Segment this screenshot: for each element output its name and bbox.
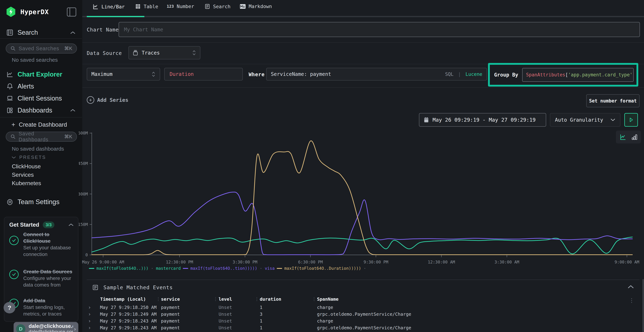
user-menu[interactable]: D dale@clickhouse.com dale@clickhouse.co… [14, 322, 78, 332]
chevron-up-icon[interactable] [70, 31, 76, 34]
legend-series-name[interactable]: visa [265, 266, 274, 271]
expand-row-icon[interactable]: › [88, 304, 91, 310]
y-axis-tick-label: 0 [85, 252, 88, 257]
column-header-level[interactable]: level [218, 296, 232, 302]
sidebar-item-alerts[interactable]: Alerts [6, 81, 76, 92]
set-number-format-button[interactable]: Set number format [586, 94, 640, 107]
saved-dashboards-input[interactable]: Saved Dashboards ⌘K [6, 132, 77, 142]
data-source-label: Data Source [87, 50, 122, 56]
preset-kubernetes[interactable]: Kubernetes [12, 180, 41, 186]
tab-label: Line/Bar [102, 4, 125, 10]
column-header-duration[interactable]: duration [260, 296, 281, 302]
column-resize-handle[interactable]: ⋮ [312, 296, 316, 302]
table-row[interactable]: › May 27 9:29:18.243 AM payment Unset 1 … [82, 318, 644, 324]
sidebar-item-client-sessions[interactable]: Client Sessions [6, 93, 76, 104]
tab-markdown[interactable]: Markdown [240, 4, 272, 9]
sidebar-item-label: Team Settings [18, 198, 60, 206]
table-row[interactable]: › May 27 9:29:18.249 AM payment Unset 3 … [82, 311, 644, 318]
chart-legend[interactable]: maxIf(toFloat64O..)))·mastercardmaxIf(to… [87, 266, 368, 271]
table-icon [135, 4, 141, 9]
presets-label: PRESETS [19, 154, 46, 160]
tab-search[interactable]: Search [204, 4, 230, 9]
sidebar-item-team-settings[interactable]: Team Settings [6, 196, 76, 208]
sidebar-collapse-icon[interactable] [67, 8, 76, 16]
expand-row-icon[interactable]: › [88, 318, 91, 324]
dashboards-icon [6, 107, 14, 114]
x-axis-tick-label: 9:30:00 PM [364, 260, 388, 264]
preset-services[interactable]: Services [12, 172, 34, 178]
tab-label: Markdown [249, 4, 272, 9]
timeseries-chart[interactable]: 600M450M300M150M0May 26 9:00:00 AM12:30:… [79, 132, 644, 266]
sidebar-item-chart-explorer[interactable]: Chart Explorer [6, 69, 76, 80]
preset-clickhouse[interactable]: ClickHouse [12, 163, 41, 170]
add-series-label: Add Series [97, 97, 128, 103]
events-section-header[interactable]: Sample Matched Events [92, 284, 173, 290]
tab-number[interactable]: 123 Number [167, 4, 194, 9]
expand-row-icon[interactable]: › [88, 311, 91, 317]
help-button[interactable]: ? [4, 302, 16, 314]
sidebar-item-dashboards[interactable]: Dashboards [6, 105, 76, 116]
chevron-up-icon[interactable] [70, 109, 76, 112]
column-header-service[interactable]: service [161, 296, 180, 302]
search-section-icon [6, 29, 14, 36]
chevron-up-icon[interactable] [628, 285, 634, 289]
sidebar-section-search[interactable]: Search [6, 27, 76, 38]
column-resize-handle[interactable]: ⋮ [254, 296, 259, 302]
run-query-button[interactable] [624, 113, 638, 127]
divider [82, 42, 644, 43]
column-header-spanname[interactable]: SpanName [317, 296, 338, 302]
column-resize-handle[interactable]: ⋮ [213, 296, 218, 302]
column-resize-handle[interactable]: ⋮ [156, 296, 161, 302]
table-row[interactable]: › May 27 9:29:18.243 AM payment Unset 1 … [82, 324, 644, 331]
sidebar-item-label: Dashboards [18, 106, 52, 114]
where-input[interactable]: ServiceName: payment SQL | Lucene [266, 68, 487, 80]
get-started-item[interactable]: Create Data Sources Configure where your… [9, 268, 74, 288]
legend-expr[interactable]: maxIf(toFloat64O..))) [96, 266, 148, 271]
chevron-up-icon[interactable] [68, 223, 74, 226]
tab-table[interactable]: Table [135, 4, 158, 9]
group-by-func: SpanAttributes [526, 72, 565, 78]
column-header-timestamp[interactable]: Timestamp (Local) [100, 296, 146, 302]
chart-name-input[interactable] [124, 26, 635, 33]
language-sql-toggle[interactable]: SQL [445, 72, 454, 77]
get-started-item[interactable]: Connect to ClickHouse Set up your databa… [9, 231, 74, 258]
table-row[interactable]: › May 27 9:29:18.250 AM payment Unset 1 … [82, 304, 644, 311]
group-by-input[interactable]: SpanAttributes['app.payment.card_type'] [522, 68, 634, 82]
chart-line-icon [92, 4, 98, 10]
language-lucene-toggle[interactable]: Lucene [466, 72, 482, 77]
no-saved-searches-text: No saved searches [12, 57, 58, 63]
legend-expr[interactable]: maxIf(toFloat64O..tion))))) [190, 266, 257, 271]
field-value: Duration [170, 71, 194, 77]
aggregation-select[interactable]: Maximum [87, 68, 160, 80]
granularity-value: Auto Granularity [555, 117, 603, 123]
create-dashboard-button[interactable]: + Create Dashboard [12, 121, 67, 128]
y-axis-tick-label: 150M [79, 222, 88, 227]
events-menu-icon[interactable]: ⋮ [629, 297, 634, 304]
logo-row[interactable]: HyperDX [6, 6, 76, 17]
expand-row-icon[interactable]: › [88, 325, 91, 331]
legend-series-name[interactable]: mastercard [156, 266, 181, 271]
date-range-picker[interactable]: May 26 09:29:19 - May 27 09:29:19 [419, 113, 546, 127]
granularity-select[interactable]: Auto Granularity [550, 113, 620, 127]
x-axis-tick-label: 3:30:00 PM [232, 260, 257, 264]
y-axis-tick-label: 600M [79, 132, 88, 136]
scrollbar[interactable] [642, 279, 644, 332]
search-icon [10, 46, 16, 51]
brand-title: HyperDX [20, 8, 49, 16]
sidebar-divider [0, 117, 82, 118]
chart-name-field[interactable] [118, 22, 640, 37]
select-updown-icon [192, 50, 196, 56]
data-source-select[interactable]: Traces [128, 46, 200, 60]
add-series-button[interactable]: + Add Series [87, 96, 128, 104]
data-source-value: Traces [142, 50, 160, 56]
cell-level: Unset [218, 318, 232, 324]
where-value: ServiceName: payment [271, 71, 331, 77]
saved-searches-input[interactable]: Saved Searches ⌘K [6, 44, 77, 54]
cell-duration: 1 [260, 305, 262, 310]
saved-searches-placeholder: Saved Searches [18, 46, 64, 52]
field-input[interactable]: Duration [164, 68, 243, 80]
get-started-item[interactable]: Add Data Start sending logs, metrics, or… [9, 297, 74, 317]
presets-toggle[interactable]: PRESETS [12, 154, 46, 160]
tab-line-bar[interactable]: Line/Bar [92, 4, 125, 10]
legend-expr[interactable]: maxIf(toFloat64O..Duration))))) [284, 266, 361, 271]
